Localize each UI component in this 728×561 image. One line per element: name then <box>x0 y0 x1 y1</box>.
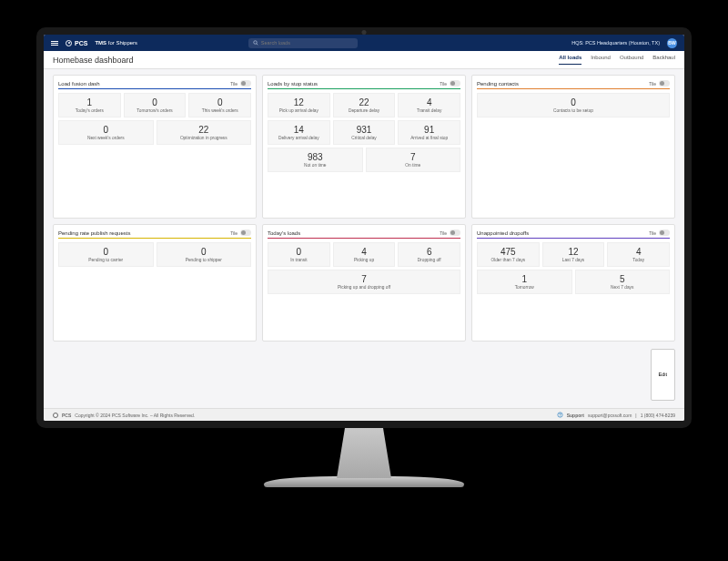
panel-pending-contacts: Pending contacts Tile 0Contacts to be se… <box>471 75 675 219</box>
panel-title: Loads by stop status <box>268 81 318 87</box>
search-input-wrap[interactable] <box>248 38 358 48</box>
toggle-icon <box>450 80 460 87</box>
support-email[interactable]: support@pcssoft.com <box>588 413 632 418</box>
tab-outbound[interactable]: Outbound <box>620 55 643 65</box>
tile-toggle[interactable]: Tile <box>230 230 251 236</box>
metric-this-weeks-orders[interactable]: 0This week's orders <box>188 93 251 117</box>
metric-delivery-delay[interactable]: 14Delivery arrival delay <box>268 120 330 145</box>
metric-last-7[interactable]: 12Last 7 days <box>542 242 605 267</box>
monitor-stand-neck <box>337 428 391 478</box>
search-icon <box>253 40 258 46</box>
metric-older-7[interactable]: 475Older than 7 days <box>477 242 540 267</box>
footer-brand: PCS <box>62 413 71 418</box>
product-suffix: for Shippers <box>108 40 137 46</box>
metric-contacts-setup[interactable]: 0Contacts to be setup <box>477 93 670 117</box>
tab-inbound[interactable]: Inbound <box>591 55 611 65</box>
metric-dropping-off[interactable]: 6Dropping off <box>398 242 460 267</box>
tile-toggle[interactable]: Tile <box>440 80 460 87</box>
menu-icon[interactable] <box>51 41 58 46</box>
panel-title: Pending rate publish requests <box>58 230 130 236</box>
search-input[interactable] <box>261 40 353 46</box>
support-phone[interactable]: 1 (800) 474-8239 <box>641 413 675 418</box>
avatar[interactable]: BW <box>667 38 677 48</box>
panel-title: Today's loads <box>268 230 300 236</box>
metric-critical-delay[interactable]: 931Critical delay <box>333 120 396 145</box>
monitor-frame: PCS TMS for Shippers HQS: PCS Headquarte… <box>36 27 692 474</box>
product-label: TMS for Shippers <box>95 40 137 46</box>
metric-next-weeks-orders[interactable]: 0Next week's orders <box>58 120 154 145</box>
tab-all-loads[interactable]: All loads <box>559 55 581 65</box>
footer: PCS Copyright © 2024 PCS Software Inc. –… <box>44 408 684 421</box>
edit-button[interactable]: Edit <box>651 349 675 401</box>
metric-optimization[interactable]: 22Optimization in progress <box>157 120 252 145</box>
metric-tomorrow[interactable]: 1Tomorrow <box>477 270 572 294</box>
panel-title: Load fusion dash <box>58 81 100 87</box>
edit-row: Edit <box>471 347 675 403</box>
sub-header: Homebase dashboard All loads Inbound Out… <box>44 51 684 69</box>
logo-mark-icon <box>66 40 72 46</box>
metric-today[interactable]: 4Today <box>607 242 670 267</box>
panel-title: Unappointed dropoffs <box>477 230 529 236</box>
footer-logo-icon <box>53 413 58 418</box>
panel-load-fusion: Load fusion dash Tile 1Today's orders 0T… <box>53 75 257 219</box>
metric-departure-delay[interactable]: 22Departure delay <box>333 93 396 117</box>
metric-arrived-final[interactable]: 91Arrived at final stop <box>398 120 460 145</box>
metric-pending-carrier[interactable]: 0Pending to carrier <box>58 242 154 267</box>
metric-pickup-delay[interactable]: 12Pick up arrival delay <box>268 93 330 117</box>
brand-logo: PCS <box>66 40 87 46</box>
metric-pending-shipper[interactable]: 0Pending to shipper <box>157 242 252 267</box>
metric-tomorrows-orders[interactable]: 0Tomorrow's orders <box>124 93 187 117</box>
metric-pickup-dropoff[interactable]: 7Picking up and dropping off <box>268 270 460 294</box>
page-title: Homebase dashboard <box>53 56 134 65</box>
metric-next-7[interactable]: 5Next 7 days <box>575 270 671 294</box>
toggle-icon <box>240 230 251 236</box>
tile-toggle[interactable]: Tile <box>649 80 670 87</box>
hq-label[interactable]: HQS: PCS Headquarters (Houston, TX) <box>571 40 660 46</box>
dashboard-grid: Load fusion dash Tile 1Today's orders 0T… <box>44 69 684 408</box>
metric-transit-delay[interactable]: 4Transit delay <box>398 93 460 117</box>
panel-loads-by-stop: Loads by stop status Tile 12Pick up arri… <box>262 75 466 219</box>
tile-toggle[interactable]: Tile <box>230 80 251 87</box>
support-label[interactable]: Support <box>567 413 584 418</box>
panel-pending-rate: Pending rate publish requests Tile 0Pend… <box>53 224 257 341</box>
camera-dot <box>362 30 367 35</box>
tabs: All loads Inbound Outbound Backhaul <box>559 55 675 65</box>
metric-not-on-time[interactable]: 983Not on time <box>268 148 363 172</box>
brand-text: PCS <box>75 40 87 46</box>
support-icon <box>557 412 563 418</box>
metric-picking-up[interactable]: 4Picking up <box>333 242 396 267</box>
toggle-icon <box>450 230 460 236</box>
top-bar: PCS TMS for Shippers HQS: PCS Headquarte… <box>44 35 684 51</box>
toggle-icon <box>659 80 670 87</box>
tile-toggle[interactable]: Tile <box>440 230 460 236</box>
panel-title: Pending contacts <box>477 81 519 87</box>
metric-in-transit[interactable]: 0In transit <box>268 242 330 267</box>
footer-copyright: Copyright © 2024 PCS Software Inc. – All… <box>75 413 195 418</box>
panel-todays-loads: Today's loads Tile 0In transit 4Picking … <box>262 224 466 341</box>
product-name: TMS <box>95 40 106 46</box>
toggle-icon <box>240 80 251 87</box>
metric-on-time[interactable]: 7On time <box>366 148 461 172</box>
app-screen: PCS TMS for Shippers HQS: PCS Headquarte… <box>44 35 684 421</box>
tile-toggle[interactable]: Tile <box>649 230 670 236</box>
svg-line-1 <box>257 44 258 46</box>
metric-todays-orders[interactable]: 1Today's orders <box>58 93 121 117</box>
panel-unappointed: Unappointed dropoffs Tile 475Older than … <box>471 224 675 341</box>
tab-backhaul[interactable]: Backhaul <box>652 55 675 65</box>
toggle-icon <box>659 230 670 236</box>
svg-point-0 <box>254 41 258 45</box>
